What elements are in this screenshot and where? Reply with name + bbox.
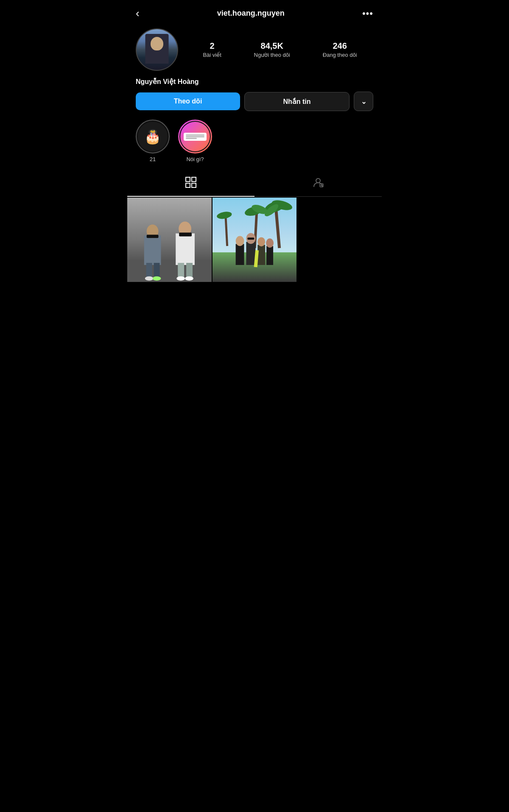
stat-followers-number: 84,5K [261, 41, 283, 51]
noigi-text-box [184, 133, 207, 141]
stat-posts-number: 2 [210, 41, 215, 51]
stat-following[interactable]: 246 Đang theo dõi [323, 41, 357, 58]
svg-rect-41 [266, 246, 273, 265]
highlight-label-21: 21 [150, 156, 156, 162]
svg-rect-34 [235, 244, 244, 265]
svg-point-40 [257, 237, 265, 246]
svg-rect-38 [247, 237, 254, 240]
svg-rect-13 [147, 234, 159, 238]
grid-post-1[interactable] [127, 198, 212, 282]
svg-rect-9 [144, 235, 161, 265]
noigi-content [180, 122, 210, 151]
svg-point-22 [185, 276, 193, 281]
svg-rect-2 [186, 183, 190, 187]
username-header: viet.hoang.nguyen [140, 9, 362, 18]
svg-rect-14 [176, 233, 195, 265]
svg-point-42 [266, 238, 274, 248]
stat-posts[interactable]: 2 Bài viết [203, 41, 221, 58]
svg-rect-39 [257, 245, 265, 265]
bottom-spacer [127, 282, 382, 621]
highlight-label-noigi: Nói gì? [186, 156, 204, 162]
stat-posts-label: Bài viết [203, 52, 221, 58]
noigi-line-3 [186, 138, 197, 139]
highlights-row: 🎂 21 Nói gì? [127, 120, 382, 171]
svg-point-21 [176, 276, 185, 281]
noigi-line-1 [186, 134, 204, 136]
more-options-button[interactable]: ••• [362, 8, 373, 19]
highlight-circle-noigi [178, 120, 212, 153]
avatar-wrapper[interactable] [136, 28, 178, 71]
svg-rect-1 [192, 177, 196, 181]
cake-icon: 🎂 [138, 122, 168, 151]
svg-point-19 [145, 276, 154, 281]
posts-grid [127, 198, 382, 282]
stat-following-number: 246 [333, 41, 347, 51]
svg-rect-8 [127, 261, 212, 282]
stat-followers-label: Người theo dõi [254, 52, 290, 58]
tab-grid[interactable] [127, 171, 255, 196]
highlight-circle-21: 🎂 [136, 120, 170, 153]
back-button[interactable]: ‹ [136, 7, 140, 20]
grid-post-2[interactable] [213, 198, 297, 282]
svg-rect-36 [246, 242, 255, 265]
message-button[interactable]: Nhắn tin [244, 92, 350, 111]
tabs-row [127, 171, 382, 197]
dropdown-button[interactable]: ⌄ [354, 92, 373, 111]
action-buttons: Theo dõi Nhắn tin ⌄ [127, 92, 382, 120]
svg-point-35 [235, 236, 244, 246]
svg-rect-18 [179, 232, 192, 236]
chevron-down-icon: ⌄ [361, 98, 366, 106]
stat-following-label: Đang theo dõi [323, 52, 357, 58]
svg-rect-3 [192, 183, 196, 187]
person-tag-icon [313, 177, 324, 190]
stats-row: 2 Bài viết 84,5K Người theo dõi 246 Đang… [187, 41, 373, 58]
noigi-line-2 [186, 136, 204, 137]
profile-section: 2 Bài viết 84,5K Người theo dõi 246 Đang… [127, 24, 382, 78]
svg-rect-0 [186, 177, 190, 181]
follow-button[interactable]: Theo dõi [136, 92, 240, 110]
tab-tagged[interactable] [255, 171, 382, 196]
header: ‹ viet.hoang.nguyen ••• [127, 0, 382, 24]
stat-followers[interactable]: 84,5K Người theo dõi [254, 41, 290, 58]
highlight-item-21[interactable]: 🎂 21 [136, 120, 170, 162]
grid-icon [185, 177, 196, 190]
svg-point-4 [316, 179, 320, 183]
highlight-item-noigi[interactable]: Nói gì? [178, 120, 212, 162]
display-name: Nguyễn Việt Hoàng [127, 78, 382, 92]
avatar [136, 28, 178, 71]
svg-point-20 [153, 276, 161, 281]
